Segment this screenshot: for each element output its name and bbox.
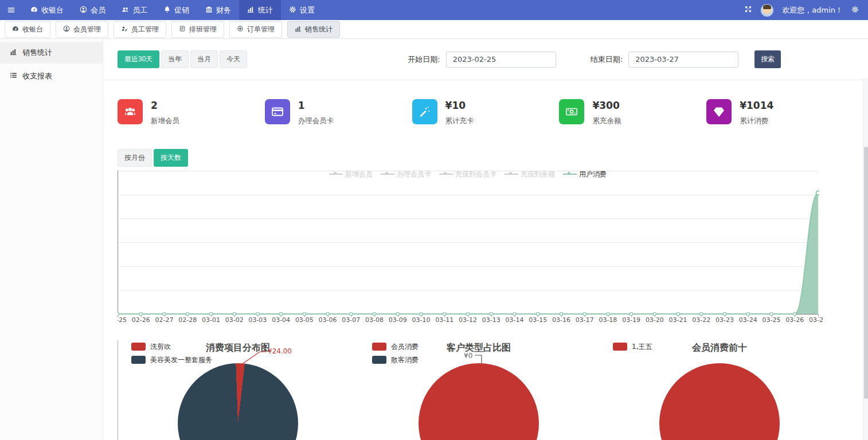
nav-item-cashier[interactable]: 收银台 — [22, 0, 72, 20]
legend-item[interactable]: 新增会员 — [329, 170, 373, 179]
line-chart-plot — [118, 171, 819, 321]
quick-tab-bar: 收银台 会员管理 员工管理 排班管理 订单管理 销售统计 — [0, 20, 868, 39]
pie-charts-row: 洗剪吹美容美发一整套服务 消费项目分布图 ¥24.00 会员消费散客消费 客户类… — [118, 339, 868, 440]
chart-tab-by-month[interactable]: 按月份 — [118, 149, 152, 167]
tachometer-icon — [30, 6, 38, 15]
user-edit-icon — [121, 25, 128, 34]
pie-circle[interactable] — [419, 363, 539, 440]
menu-icon[interactable] — [0, 0, 22, 20]
sidebar-item-income-report[interactable]: 收支报表 — [0, 65, 103, 87]
expand-icon[interactable] — [744, 5, 752, 15]
main-content: 最近30天 当年 当月 今天 开始日期: 结束日期: 搜索 2 新增会员 — [103, 39, 868, 440]
legend-item[interactable]: 充值到会员卡 — [439, 170, 496, 179]
legend-label: 1,王五 — [632, 342, 652, 352]
pie-legend-item[interactable]: 洗剪吹 — [131, 342, 212, 352]
nav-item-finance[interactable]: 财务 — [197, 0, 239, 20]
range-button-last30days[interactable]: 最近30天 — [118, 50, 159, 68]
range-button-this-month[interactable]: 当月 — [190, 50, 218, 68]
chart-tab-by-day[interactable]: 按天数 — [154, 149, 188, 167]
tab-cashier[interactable]: 收银台 — [5, 21, 50, 38]
nav-item-member[interactable]: 会员 — [72, 0, 114, 20]
end-date-input[interactable] — [628, 52, 738, 68]
pie-circle[interactable] — [659, 363, 780, 440]
filter-row: 最近30天 当年 当月 今天 开始日期: 结束日期: 搜索 — [103, 39, 868, 80]
pie-legend-item[interactable]: 散客消费 — [372, 355, 419, 365]
tab-member-management[interactable]: 会员管理 — [56, 21, 108, 38]
pie-chart-customer-types: 会员消费散客消费 客户类型占比图 ¥0 — [358, 339, 599, 440]
legend-item[interactable]: 办理会员卡 — [381, 170, 431, 179]
list-icon — [10, 72, 17, 81]
start-date-input[interactable] — [446, 52, 556, 68]
gear-icon[interactable] — [851, 6, 859, 15]
bell-icon — [163, 6, 171, 15]
nav-item-promotion[interactable]: 促销 — [155, 0, 197, 20]
legend-label: 会员消费 — [391, 342, 419, 352]
tab-label: 收银台 — [22, 25, 43, 34]
range-button-today[interactable]: 今天 — [220, 50, 247, 68]
nav-item-statistics[interactable]: 统计 — [239, 0, 281, 20]
chart-mode-tabs: 按月份 按天数 — [118, 149, 854, 167]
nav-item-label: 设置 — [300, 5, 315, 15]
user-avatar[interactable] — [761, 4, 773, 17]
dot-circle-icon — [237, 25, 244, 34]
stat-value: 2 — [151, 100, 179, 111]
range-button-this-year[interactable]: 当年 — [161, 50, 189, 68]
bar-chart-icon — [295, 25, 302, 34]
nav-item-settings[interactable]: 设置 — [281, 0, 323, 20]
tab-staff-management[interactable]: 员工管理 — [114, 21, 166, 38]
end-date-label: 结束日期: — [591, 54, 623, 65]
stat-cards-row: 2 新增会员 1 办理会员卡 ¥10 累计充卡 — [118, 99, 854, 126]
pie-chart-consumption-items: 洗剪吹美容美发一整套服务 消费项目分布图 ¥24.00 — [118, 339, 358, 440]
nav-item-staff[interactable]: 员工 — [114, 0, 155, 20]
tachometer-icon — [12, 25, 19, 34]
nav-item-label: 统计 — [258, 5, 273, 15]
start-date-label: 开始日期: — [408, 54, 440, 65]
nav-item-label: 促销 — [174, 5, 189, 15]
tab-label: 排班管理 — [189, 25, 217, 34]
legend-label: 新增会员 — [345, 170, 373, 179]
scrollbar[interactable] — [863, 78, 868, 440]
top-navbar: 收银台 会员 员工 促销 财务 统计 设置 欢迎您，admin！ — [0, 0, 868, 20]
legend-item[interactable]: 用户消费 — [563, 170, 607, 179]
pie-legend-item[interactable]: 1,王五 — [613, 342, 652, 352]
stat-label: 累计充卡 — [445, 116, 474, 126]
sidebar: 销售统计 收支报表 — [0, 39, 103, 440]
sidebar-item-label: 收支报表 — [22, 71, 52, 81]
pie-legend-item[interactable]: 美容美发一整套服务 — [131, 355, 212, 365]
legend-swatch — [131, 343, 146, 351]
tab-label: 员工管理 — [131, 25, 159, 34]
pie-slice-label: ¥24.00 — [268, 347, 292, 355]
stat-value: 1 — [298, 100, 334, 111]
bar-chart-icon — [247, 6, 255, 15]
line-chart-legend: 新增会员办理会员卡充值到会员卡充值到余额用户消费 — [118, 170, 818, 179]
legend-label: 充值到余额 — [521, 170, 555, 179]
pie-legend: 洗剪吹美容美发一整套服务 — [131, 342, 212, 365]
legend-label: 散客消费 — [391, 355, 419, 365]
tab-order-management[interactable]: 订单管理 — [229, 21, 282, 38]
tab-schedule-management[interactable]: 排班管理 — [171, 21, 224, 38]
legend-label: 洗剪吹 — [150, 342, 171, 352]
legend-line-marker — [439, 172, 453, 177]
tab-sales-statistics[interactable]: 销售统计 — [287, 21, 340, 38]
legend-swatch — [372, 343, 386, 351]
pie-circle[interactable] — [178, 363, 298, 440]
tab-label: 销售统计 — [305, 25, 333, 34]
legend-label: 用户消费 — [579, 170, 607, 179]
stat-label: 累充余额 — [592, 116, 621, 126]
pie-legend-item[interactable]: 会员消费 — [372, 342, 419, 352]
legend-line-marker — [563, 172, 577, 177]
legend-swatch — [131, 356, 146, 364]
legend-item[interactable]: 充值到余额 — [505, 170, 555, 179]
sidebar-item-label: 销售统计 — [22, 48, 52, 58]
nav-item-label: 员工 — [132, 5, 147, 15]
stat-card-total-consumption: ¥1014 累计消费 — [706, 99, 854, 126]
legend-line-marker — [329, 172, 343, 177]
nav-item-label: 财务 — [216, 5, 231, 15]
stat-card-membership-cards: 1 办理会员卡 — [265, 99, 412, 126]
tab-label: 会员管理 — [73, 25, 101, 34]
scrollbar-thumb[interactable] — [864, 147, 868, 399]
stat-value: ¥10 — [445, 100, 474, 111]
sidebar-item-sales-statistics[interactable]: 销售统计 — [0, 42, 103, 64]
search-button[interactable]: 搜索 — [754, 50, 781, 68]
quick-range-group: 最近30天 当年 当月 今天 — [118, 50, 247, 68]
